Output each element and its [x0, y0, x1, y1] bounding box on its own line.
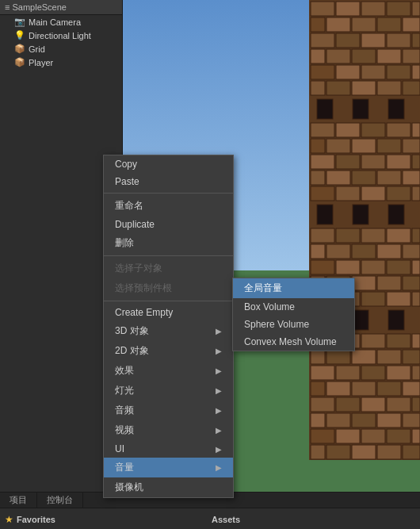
- svg-rect-68: [326, 244, 350, 259]
- svg-rect-112: [361, 397, 385, 412]
- hierarchy-item-label: Main Camera: [29, 17, 81, 27]
- svg-rect-67: [311, 244, 325, 259]
- svg-rect-65: [387, 228, 410, 243]
- svg-rect-58: [412, 186, 420, 201]
- svg-rect-103: [387, 366, 410, 380]
- svg-rect-111: [336, 397, 360, 412]
- svg-rect-109: [403, 381, 420, 396]
- svg-rect-52: [377, 171, 401, 185]
- svg-rect-10: [403, 17, 420, 32]
- hierarchy-item-directional-light[interactable]: 💡 Directional Light: [0, 29, 122, 42]
- svg-rect-121: [336, 429, 360, 443]
- svg-rect-37: [387, 123, 410, 137]
- svg-rect-72: [311, 260, 334, 274]
- menu-item-delete[interactable]: 删除: [104, 233, 233, 253]
- tab-project-label: 项目: [10, 494, 27, 506]
- svg-rect-1: [311, 2, 334, 16]
- svg-rect-7: [326, 17, 350, 32]
- svg-rect-123: [387, 429, 410, 443]
- svg-rect-71: [403, 244, 420, 259]
- submenu-item-box-volume[interactable]: Box Volume: [233, 298, 354, 316]
- svg-rect-50: [326, 171, 350, 185]
- svg-rect-73: [336, 260, 360, 274]
- menu-item-paste[interactable]: Paste: [104, 173, 233, 190]
- svg-rect-69: [352, 244, 376, 259]
- svg-rect-79: [352, 276, 376, 290]
- assets-section: Assets: [212, 515, 415, 524]
- menu-item-light[interactable]: 灯光 ▶: [104, 381, 233, 401]
- svg-rect-70: [377, 244, 401, 259]
- svg-rect-81: [403, 276, 420, 290]
- submenu-item-convex-mesh-volume[interactable]: Convex Mesh Volume: [233, 333, 354, 351]
- svg-rect-76: [412, 260, 420, 274]
- svg-rect-110: [311, 397, 334, 412]
- svg-rect-64: [361, 228, 385, 243]
- bottom-content: ★ Favorites Assets: [0, 508, 420, 529]
- arrow-icon: ▶: [216, 406, 222, 415]
- menu-item-duplicate[interactable]: Duplicate: [104, 216, 233, 233]
- svg-rect-51: [352, 171, 376, 185]
- arrow-icon: ▶: [216, 426, 222, 435]
- svg-rect-128: [377, 445, 401, 459]
- svg-rect-59: [317, 205, 333, 224]
- menu-separator-2: [104, 255, 233, 256]
- menu-item-effects[interactable]: 效果 ▶: [104, 361, 233, 381]
- svg-rect-47: [387, 155, 410, 169]
- svg-rect-75: [387, 260, 410, 274]
- svg-rect-105: [311, 381, 325, 396]
- svg-rect-12: [336, 33, 360, 48]
- svg-rect-99: [403, 350, 420, 364]
- svg-rect-22: [336, 65, 360, 79]
- svg-rect-116: [326, 413, 350, 427]
- menu-item-copy[interactable]: Copy: [104, 155, 233, 173]
- menu-item-ui[interactable]: UI ▶: [104, 440, 233, 458]
- svg-rect-2: [336, 2, 360, 16]
- menu-item-audio-volume[interactable]: 音量 ▶: [104, 458, 233, 477]
- svg-rect-39: [311, 139, 325, 153]
- hierarchy-item-main-camera[interactable]: 📷 Main Camera: [0, 15, 122, 29]
- tab-project[interactable]: 项目: [0, 493, 37, 508]
- svg-rect-28: [352, 81, 376, 95]
- menu-item-audio[interactable]: 音频 ▶: [104, 401, 233, 420]
- hierarchy-title-bar: ≡ SampleScene: [0, 0, 122, 15]
- tab-console[interactable]: 控制台: [37, 493, 83, 508]
- svg-rect-102: [361, 366, 385, 380]
- svg-rect-48: [412, 155, 420, 169]
- submenu-item-sphere-volume[interactable]: Sphere Volume: [233, 316, 354, 333]
- svg-rect-17: [326, 49, 350, 63]
- svg-rect-43: [403, 139, 420, 153]
- svg-rect-54: [311, 186, 334, 201]
- menu-item-camera[interactable]: 摄像机: [104, 477, 233, 497]
- svg-rect-5: [412, 2, 420, 16]
- menu-item-2d-object[interactable]: 2D 对象 ▶: [104, 341, 233, 361]
- svg-rect-42: [377, 139, 401, 153]
- svg-rect-24: [387, 65, 410, 79]
- menu-item-3d-object[interactable]: 3D 对象 ▶: [104, 321, 233, 341]
- svg-rect-23: [361, 65, 385, 79]
- svg-rect-57: [387, 186, 410, 201]
- hierarchy-item-grid[interactable]: 📦 Grid: [0, 42, 122, 56]
- arrow-icon: ▶: [216, 347, 222, 355]
- submenu-item-global-volume[interactable]: 全局音量: [233, 278, 354, 298]
- menu-item-rename[interactable]: 重命名: [104, 196, 233, 216]
- hierarchy-item-player[interactable]: 📦 Player: [0, 56, 122, 69]
- svg-rect-38: [412, 123, 420, 137]
- camera-icon: 📷: [14, 17, 25, 27]
- svg-rect-6: [311, 17, 325, 32]
- tab-console-label: 控制台: [47, 494, 73, 506]
- menu-item-select-children: 选择子对象: [104, 259, 233, 278]
- svg-rect-89: [388, 310, 404, 330]
- menu-item-video[interactable]: 视频 ▶: [104, 420, 233, 440]
- svg-rect-20: [403, 49, 420, 63]
- hierarchy-item-label: Directional Light: [29, 31, 91, 40]
- context-menu: Copy Paste 重命名 Duplicate 删除 选择子对象 选择预制件根…: [103, 155, 234, 498]
- svg-rect-62: [311, 228, 334, 243]
- svg-rect-41: [352, 139, 376, 153]
- svg-rect-36: [361, 123, 385, 137]
- svg-rect-108: [377, 381, 401, 396]
- svg-rect-94: [412, 334, 420, 348]
- svg-rect-101: [336, 366, 360, 380]
- menu-item-create-empty[interactable]: Create Empty: [104, 304, 233, 321]
- svg-rect-95: [311, 350, 325, 364]
- svg-rect-27: [326, 81, 350, 95]
